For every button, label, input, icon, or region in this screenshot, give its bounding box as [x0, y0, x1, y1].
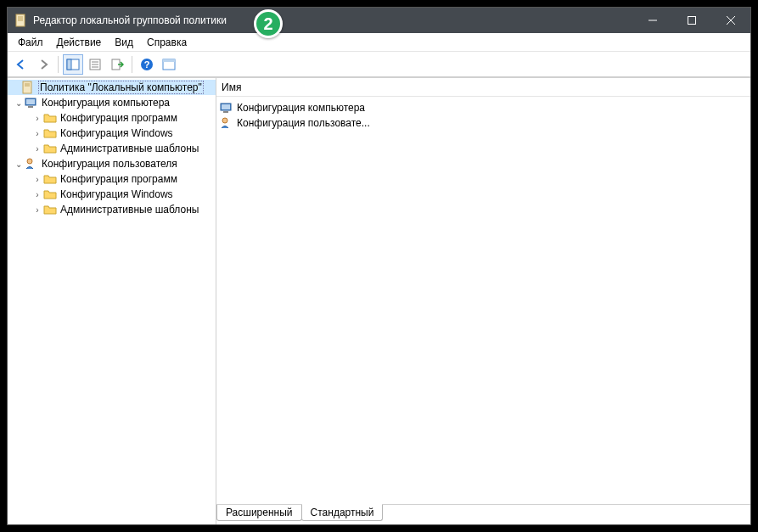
tree-item-label: Конфигурация компьютера — [42, 97, 170, 109]
toolbar-separator — [132, 56, 132, 73]
policy-icon — [21, 81, 35, 94]
user-icon — [220, 116, 233, 130]
tree-user-windows[interactable]: › Конфигурация Windows — [8, 187, 216, 202]
expander-icon[interactable]: › — [31, 205, 43, 215]
svg-rect-9 — [67, 59, 71, 70]
tree-item-label: Конфигурация программ — [60, 173, 177, 185]
list-column-header[interactable]: Имя — [216, 78, 750, 97]
folder-icon — [43, 172, 57, 186]
maximize-button[interactable] — [672, 8, 711, 33]
expander-icon[interactable]: › — [31, 114, 43, 123]
back-button[interactable] — [11, 54, 31, 75]
tab-standard[interactable]: Стандартный — [301, 504, 384, 521]
tree-item-label: Конфигурация пользователя — [42, 158, 177, 170]
tree-user-software[interactable]: › Конфигурация программ — [8, 171, 216, 187]
menu-view[interactable]: Вид — [108, 35, 140, 50]
svg-rect-18 — [163, 59, 175, 62]
badge-number: 2 — [263, 14, 272, 34]
expander-icon[interactable]: ⌄ — [13, 160, 25, 169]
tree-computer-config[interactable]: ⌄ Конфигурация компьютера — [8, 95, 216, 110]
computer-icon — [220, 101, 233, 115]
window-title: Редактор локальной групповой политики — [33, 14, 633, 26]
toolbar: ? — [8, 52, 750, 77]
tree-comp-admin[interactable]: › Административные шаблоны — [8, 141, 216, 156]
tree-user-admin[interactable]: › Административные шаблоны — [8, 202, 216, 217]
list-item-label: Конфигурация пользовате... — [237, 117, 370, 129]
column-name: Имя — [222, 81, 241, 93]
app-icon — [14, 14, 28, 27]
show-hide-tree-button[interactable] — [63, 54, 83, 75]
svg-rect-19 — [23, 81, 31, 93]
tree-comp-windows[interactable]: › Конфигурация Windows — [8, 126, 216, 141]
tree-user-config[interactable]: ⌄ Конфигурация пользователя — [8, 156, 216, 171]
list-item-computer[interactable]: Конфигурация компьютера — [218, 100, 749, 115]
svg-point-25 — [27, 159, 32, 164]
expander-icon[interactable]: ⌄ — [13, 98, 25, 108]
toolbar-separator — [58, 56, 59, 73]
minimize-button[interactable] — [633, 8, 672, 33]
filter-button[interactable] — [159, 54, 179, 75]
tree-panel[interactable]: Политика "Локальный компьютер" ⌄ Конфигу… — [8, 78, 216, 524]
menu-help[interactable]: Справка — [140, 35, 194, 50]
close-button[interactable] — [711, 8, 750, 33]
tree-root[interactable]: Политика "Локальный компьютер" — [8, 80, 216, 95]
help-button[interactable]: ? — [137, 54, 157, 75]
svg-rect-24 — [28, 106, 33, 108]
svg-rect-28 — [223, 111, 228, 113]
tree-item-label: Конфигурация Windows — [60, 127, 173, 139]
tree-item-label: Конфигурация программ — [60, 112, 177, 124]
window-controls — [633, 8, 750, 33]
menu-file[interactable]: Файл — [11, 35, 50, 50]
tree-item-label: Административные шаблоны — [60, 204, 199, 216]
titlebar: Редактор локальной групповой политики — [8, 8, 750, 33]
properties-button[interactable] — [85, 54, 105, 75]
folder-icon — [43, 203, 57, 216]
list-item-user[interactable]: Конфигурация пользовате... — [218, 115, 749, 131]
expander-icon[interactable]: › — [31, 129, 43, 138]
folder-icon — [43, 188, 57, 201]
svg-text:?: ? — [144, 59, 150, 70]
svg-rect-23 — [26, 99, 35, 104]
list-item-label: Конфигурация компьютера — [237, 102, 365, 114]
computer-icon — [25, 96, 38, 109]
folder-icon — [43, 111, 57, 125]
svg-rect-27 — [222, 104, 230, 109]
menubar: Файл Действие Вид Справка — [8, 33, 750, 52]
content-area: Политика "Локальный компьютер" ⌄ Конфигу… — [8, 77, 750, 524]
tab-extended[interactable]: Расширенный — [216, 505, 302, 521]
tree-root-label: Политика "Локальный компьютер" — [38, 81, 204, 94]
export-button[interactable] — [107, 54, 127, 75]
forward-button[interactable] — [33, 54, 53, 75]
svg-rect-5 — [688, 17, 696, 25]
tree-item-label: Административные шаблоны — [60, 143, 199, 154]
folder-icon — [43, 126, 57, 140]
expander-icon[interactable]: › — [31, 175, 43, 184]
tabbar: Расширенный Стандартный — [216, 504, 750, 524]
expander-icon[interactable]: › — [31, 144, 43, 154]
folder-icon — [43, 142, 57, 155]
expander-icon[interactable]: › — [31, 190, 43, 199]
list-body[interactable]: Конфигурация компьютера Конфигурация пол… — [216, 97, 750, 504]
step-badge: 2 — [254, 9, 283, 38]
tree-comp-software[interactable]: › Конфигурация программ — [8, 110, 216, 126]
menu-action[interactable]: Действие — [50, 35, 109, 50]
tree-item-label: Конфигурация Windows — [60, 188, 173, 200]
user-icon — [25, 157, 38, 171]
list-panel: Имя Конфигурация компьютера Конфигурация… — [216, 78, 750, 524]
svg-point-29 — [222, 118, 227, 123]
